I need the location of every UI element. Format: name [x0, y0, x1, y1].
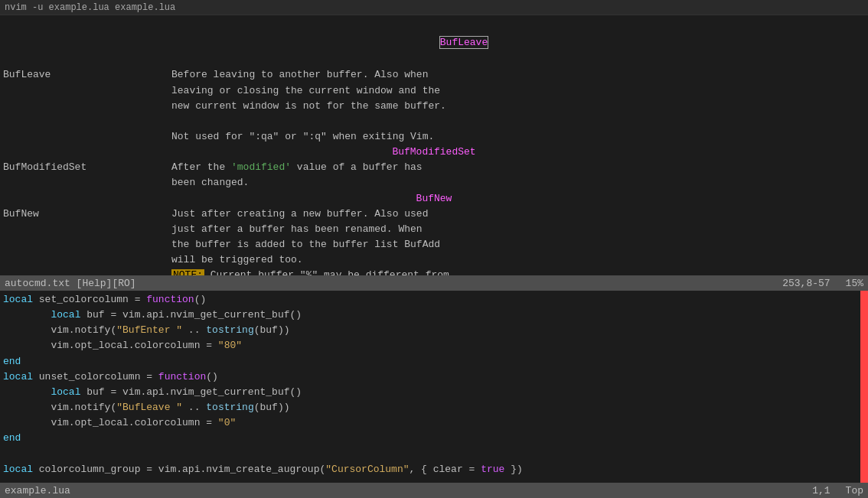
bufleave-tag-line: BufLeave [3, 20, 865, 66]
bufnew-note: NOTE: Current buffer "%" may be differen… [171, 268, 865, 275]
bufmodifiedset-desc2: been changed. [171, 175, 865, 190]
bufleave-tag: BufLeave [440, 37, 488, 48]
bufnew-desc2: just after a buffer has been renamed. Wh… [171, 222, 865, 237]
title-bar: nvim -u example.lua example.lua [0, 0, 868, 15]
bufmodifiedset-tag-line: BufModifiedSet [3, 145, 865, 160]
bufleave-desc2-row: leaving or closing the current window an… [3, 83, 865, 99]
bufleave-desc2: leaving or closing the current window an… [171, 83, 865, 99]
code-line-5: end [0, 354, 868, 369]
bufnew-desc1: Just after creating a new buffer. Also u… [171, 207, 865, 222]
code-line-2: local buf = vim.api.nvim_get_current_buf… [0, 308, 868, 323]
bufnew-spacer3 [3, 252, 171, 268]
help-status-right: 253,8-57 15% [782, 278, 863, 289]
code-line-9: vim.opt_local.colorcolumn = "0" [0, 415, 868, 431]
bufnew-tag-line: BufNew [3, 191, 865, 207]
note-label: NOTE: [171, 269, 204, 275]
bufleave-spacer2 [3, 99, 171, 114]
bufleave-spacer3 [3, 129, 171, 145]
code-line-8: vim.notify( "BufLeave " .. tostring (buf… [0, 400, 868, 415]
bufnew-event: BufNew [3, 207, 171, 222]
bufleave-desc4: Not used for ":qa" or ":q" when exiting … [171, 129, 865, 145]
code-status-line: example.lua 1,1 Top [0, 483, 868, 498]
bufleave-row: BufLeave Before leaving to another buffe… [3, 67, 865, 83]
bufmodifiedset-tag: BufModifiedSet [392, 145, 475, 160]
bufmodifiedset-row: BufModifiedSet After the 'modified' valu… [3, 160, 865, 175]
bufleave-desc3-row: new current window is not for the same b… [3, 99, 865, 114]
help-filename: autocmd.txt [Help][RO] [5, 278, 136, 289]
app: nvim -u example.lua example.lua BufLeave… [0, 0, 868, 498]
bufnew-desc2-row: just after a buffer has been renamed. Wh… [3, 222, 865, 237]
code-percent: Top [846, 485, 863, 496]
code-status-right: 1,1 Top [812, 485, 863, 496]
bufnew-tag: BufNew [416, 191, 452, 207]
code-line-4: vim.opt_local.colorcolumn = "80" [0, 338, 868, 353]
bufnew-desc4-row: will be triggered too. [3, 252, 865, 268]
kw-local-1: local [3, 292, 33, 308]
bufleave-spacer1 [3, 83, 171, 99]
code-line-1: local set_colorcolumn = function () [0, 292, 868, 308]
scrollbar-thumb [860, 291, 868, 483]
code-line-10: end [0, 431, 868, 446]
help-content: BufLeave BufLeave Before leaving to anot… [0, 20, 868, 275]
bufnew-spacer4 [3, 268, 171, 275]
bufnew-spacer2 [3, 237, 171, 252]
bufleave-desc3: new current window is not for the same b… [171, 99, 865, 114]
bufmodifiedset-desc2-row: been changed. [3, 175, 865, 190]
code-line-3: vim.notify( "BufEnter " .. tostring (buf… [0, 323, 868, 338]
bufnew-note-row: NOTE: Current buffer "%" may be differen… [3, 268, 865, 275]
bufleave-blank [3, 114, 865, 129]
help-status-line: autocmd.txt [Help][RO] 253,8-57 15% [0, 275, 868, 291]
code-line-11 [0, 446, 868, 461]
bufleave-desc1: Before leaving to another buffer. Also w… [171, 67, 865, 83]
bufleave-event: BufLeave [3, 67, 171, 83]
help-percent: 15% [846, 278, 863, 289]
bufmodifiedset-event: BufModifiedSet [3, 160, 171, 175]
bufleave-desc4-row: Not used for ":qa" or ":q" when exiting … [3, 129, 865, 145]
code-line-6: local unset_colorcolumn = function () [0, 369, 868, 385]
code-pane[interactable]: local set_colorcolumn = function () loca… [0, 291, 868, 483]
code-line-12: local colorcolumn_group = vim.api.nvim_c… [0, 462, 868, 477]
code-position: 1,1 [812, 485, 830, 496]
code-filename: example.lua [5, 485, 70, 496]
bufmodifiedset-desc1: After the 'modified' value of a buffer h… [171, 160, 865, 175]
bufnew-desc4: will be triggered too. [171, 252, 865, 268]
code-line-7: local buf = vim.api.nvim_get_current_buf… [0, 385, 868, 400]
help-pane[interactable]: BufLeave BufLeave Before leaving to anot… [0, 15, 868, 275]
scrollbar[interactable] [860, 291, 868, 483]
bufnew-desc3-row: the buffer is added to the buffer list B… [3, 237, 865, 252]
title-text: nvim -u example.lua example.lua [5, 2, 175, 13]
bufnew-spacer1 [3, 222, 171, 237]
bufnew-desc3: the buffer is added to the buffer list B… [171, 237, 865, 252]
bufnew-row: BufNew Just after creating a new buffer.… [3, 207, 865, 222]
help-position: 253,8-57 [782, 278, 830, 289]
bufmodifiedset-spacer [3, 175, 171, 190]
